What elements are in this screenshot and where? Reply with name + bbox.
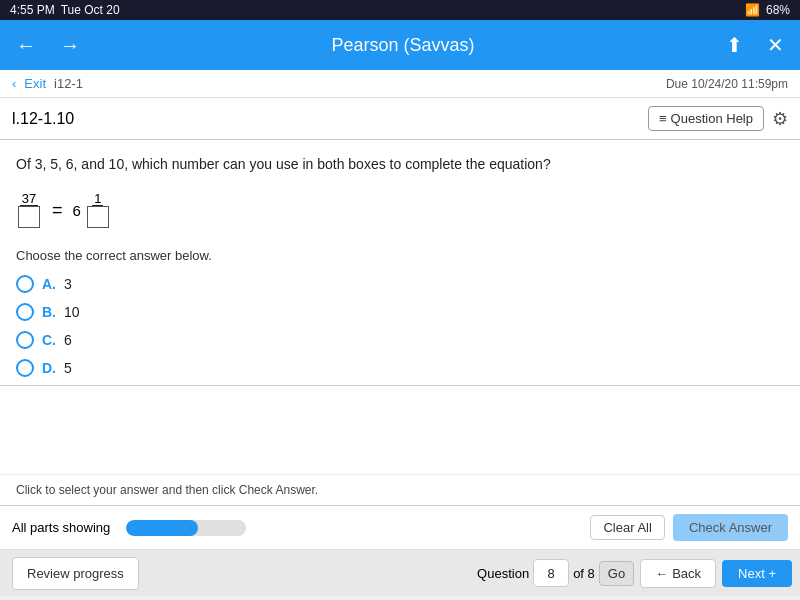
exit-chevron-icon: ‹ bbox=[12, 76, 16, 91]
due-date-text: Due 10/24/20 11:59pm bbox=[666, 77, 788, 91]
bottom-bar-1: All parts showing Clear All Check Answer bbox=[0, 506, 800, 550]
box-numerator-mixed bbox=[87, 206, 109, 228]
equation-area: 37 = 6 1 bbox=[16, 186, 784, 234]
forward-nav-button[interactable]: → bbox=[56, 30, 84, 61]
equals-sign: = bbox=[52, 200, 63, 221]
question-text: Of 3, 5, 6, and 10, which number can you… bbox=[16, 156, 784, 172]
choice-radio-a[interactable] bbox=[16, 275, 34, 293]
instruction-choose-text: Choose the correct answer below. bbox=[16, 248, 784, 263]
back-nav-button[interactable]: ← bbox=[12, 30, 40, 61]
check-answer-button[interactable]: Check Answer bbox=[673, 514, 788, 541]
bottom-bar-2: Review progress Question of 8 Go ← Back … bbox=[0, 550, 800, 596]
question-number-input[interactable] bbox=[533, 559, 569, 587]
top-nav: ← → Pearson (Savvas) ⬆ ✕ bbox=[0, 20, 800, 70]
choice-item-c: C. 6 bbox=[16, 331, 784, 349]
progress-bar-container bbox=[126, 520, 246, 536]
main-content: Of 3, 5, 6, and 10, which number can you… bbox=[0, 140, 800, 386]
next-button[interactable]: Next + bbox=[722, 560, 792, 587]
choice-label-c: C. bbox=[42, 332, 56, 348]
box-denominator bbox=[18, 206, 40, 228]
footer-instruction-text: Click to select your answer and then cli… bbox=[16, 483, 318, 497]
question-header: l.12-1.10 ≡ Question Help ⚙ bbox=[0, 98, 800, 140]
choice-radio-b[interactable] bbox=[16, 303, 34, 321]
help-icon: ≡ bbox=[659, 111, 667, 126]
choice-label-b: B. bbox=[42, 304, 56, 320]
choice-radio-d[interactable] bbox=[16, 359, 34, 377]
progress-bar-fill bbox=[126, 520, 198, 536]
close-button[interactable]: ✕ bbox=[763, 29, 788, 61]
equation-denominator-box bbox=[16, 206, 42, 228]
status-bar: 4:55 PM Tue Oct 20 📶 68% bbox=[0, 0, 800, 20]
review-progress-button[interactable]: Review progress bbox=[12, 557, 139, 590]
gear-icon: ⚙ bbox=[772, 109, 788, 129]
choice-radio-c[interactable] bbox=[16, 331, 34, 349]
of-label: of 8 bbox=[573, 566, 595, 581]
battery-status: 68% bbox=[766, 3, 790, 17]
mixed-whole: 6 bbox=[73, 202, 81, 219]
answer-choices: A. 3 B. 10 C. 6 D. 5 bbox=[16, 275, 784, 377]
mixed-number: 6 1 bbox=[73, 192, 111, 228]
breadcrumb-bar: ‹ Exit i12-1 Due 10/24/20 11:59pm bbox=[0, 70, 800, 98]
choice-item-d: D. 5 bbox=[16, 359, 784, 377]
back-button[interactable]: ← Back bbox=[640, 559, 716, 588]
choice-item-a: A. 3 bbox=[16, 275, 784, 293]
share-button[interactable]: ⬆ bbox=[722, 29, 747, 61]
clear-all-button[interactable]: Clear All bbox=[590, 515, 664, 540]
choice-label-a: A. bbox=[42, 276, 56, 292]
settings-button[interactable]: ⚙ bbox=[772, 108, 788, 130]
status-time: 4:55 PM bbox=[10, 3, 55, 17]
question-label: Question bbox=[477, 566, 529, 581]
help-label: Question Help bbox=[671, 111, 753, 126]
next-label: Next + bbox=[738, 566, 776, 581]
choice-value-a: 3 bbox=[64, 276, 72, 292]
instruction-footer: Click to select your answer and then cli… bbox=[0, 474, 800, 506]
all-parts-label: All parts showing bbox=[12, 520, 110, 535]
choice-value-d: 5 bbox=[64, 360, 72, 376]
back-chevron-icon: ← bbox=[655, 566, 668, 581]
question-help-button[interactable]: ≡ Question Help bbox=[648, 106, 764, 131]
choice-label-d: D. bbox=[42, 360, 56, 376]
back-label: Back bbox=[672, 566, 701, 581]
equation-numerator: 37 bbox=[20, 192, 38, 206]
question-id: l.12-1.10 bbox=[12, 110, 74, 128]
choice-value-b: 10 bbox=[64, 304, 80, 320]
choice-value-c: 6 bbox=[64, 332, 72, 348]
mixed-frac-num: 1 bbox=[92, 192, 103, 206]
exit-label[interactable]: Exit bbox=[24, 76, 46, 91]
go-button[interactable]: Go bbox=[599, 561, 634, 586]
question-nav: Question of 8 Go bbox=[477, 559, 634, 587]
mixed-frac-den-box bbox=[85, 206, 111, 228]
question-breadcrumb-id: i12-1 bbox=[54, 76, 83, 91]
status-date: Tue Oct 20 bbox=[61, 3, 120, 17]
choice-item-b: B. 10 bbox=[16, 303, 784, 321]
app-title: Pearson (Savvas) bbox=[84, 35, 722, 56]
nav-controls: Question of 8 Go ← Back Next + bbox=[477, 559, 792, 588]
content-spacer bbox=[0, 386, 800, 474]
wifi-icon: 📶 bbox=[745, 3, 760, 17]
